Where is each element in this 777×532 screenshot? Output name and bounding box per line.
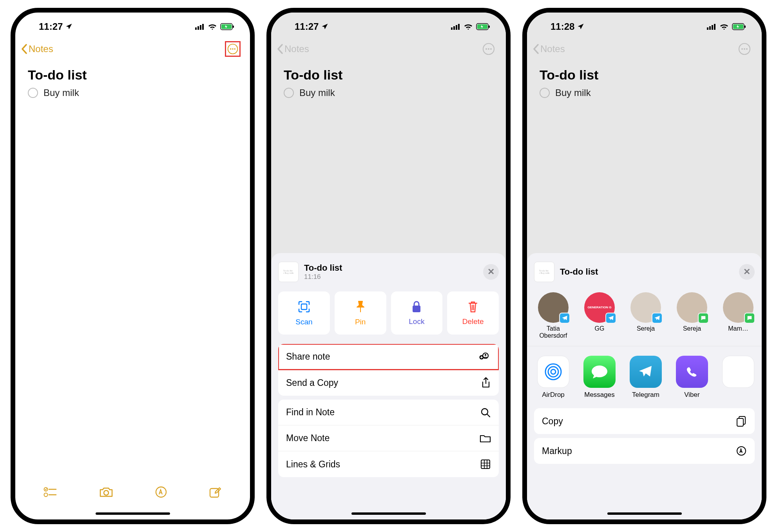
note-title: To-do list <box>284 67 493 83</box>
action-label: Scan <box>295 318 312 326</box>
checklist-button[interactable] <box>43 486 58 498</box>
scan-button[interactable]: Scan <box>278 291 330 335</box>
phone-frame-3: 11:28 Notes 21 March 2025, 11:16 To-do l… <box>522 8 766 524</box>
note-title: To-do list <box>540 67 749 83</box>
telegram-badge-icon <box>605 313 616 324</box>
chevron-left-icon <box>21 44 28 54</box>
pin-button[interactable]: Pin <box>335 291 386 335</box>
delete-button[interactable]: Delete <box>447 291 499 335</box>
close-button[interactable]: ✕ <box>739 264 755 280</box>
share-contact[interactable]: GENERATION G GG <box>581 292 618 339</box>
lines-grids-row[interactable]: Lines & Grids <box>278 451 499 477</box>
copy-row[interactable]: Copy <box>534 408 755 434</box>
wifi-icon <box>719 23 729 30</box>
menu-label: Find in Note <box>286 407 335 418</box>
share-contact[interactable]: Sereja <box>674 292 710 339</box>
svg-rect-1 <box>197 26 199 30</box>
search-icon <box>480 407 491 418</box>
more-button[interactable] <box>225 41 241 57</box>
phone-frame-2: 11:27 Notes 21 March 2025, 11:16 To-do l… <box>266 8 511 524</box>
share-contact[interactable]: Sereja <box>627 292 664 339</box>
more-button <box>481 41 496 57</box>
app-label: Messages <box>584 391 614 399</box>
share-actions-group: Copy <box>534 408 755 434</box>
chevron-left-icon <box>277 44 284 54</box>
home-indicator[interactable] <box>96 512 170 515</box>
svg-point-52 <box>551 369 556 374</box>
markup-button[interactable] <box>155 486 167 498</box>
home-indicator[interactable] <box>607 512 682 515</box>
menu-label: Markup <box>542 446 572 456</box>
ellipsis-circle-icon <box>482 42 495 56</box>
battery-icon <box>476 23 490 30</box>
pin-icon <box>355 300 366 314</box>
share-contacts-row[interactable]: Tatia Obersdorf GENERATION G GG Sereja <box>527 288 762 346</box>
svg-rect-36 <box>481 460 490 469</box>
status-time: 11:28 <box>551 21 574 32</box>
svg-point-51 <box>746 48 748 50</box>
compose-button[interactable] <box>208 485 222 499</box>
share-app-messages[interactable]: Messages <box>581 356 618 399</box>
close-button[interactable]: ✕ <box>483 264 499 280</box>
note-content: To-do list Buy milk <box>527 59 762 107</box>
close-icon: ✕ <box>487 267 494 277</box>
share-app-airdrop[interactable]: AirDrop <box>535 356 572 399</box>
share-app-more[interactable] <box>720 356 757 399</box>
back-label: Notes <box>29 43 53 54</box>
copy-icon <box>736 415 747 427</box>
back-button[interactable]: Notes <box>21 43 53 54</box>
contact-name: Tatia Obersdorf <box>535 325 572 339</box>
share-note-row[interactable]: Share note <box>278 344 499 370</box>
svg-rect-41 <box>707 27 708 30</box>
svg-point-50 <box>744 48 745 50</box>
contact-name: Sereja <box>683 325 701 332</box>
checkbox-empty-icon[interactable] <box>28 88 38 98</box>
more-button <box>737 41 752 57</box>
wifi-icon <box>464 23 473 30</box>
location-icon <box>321 23 329 31</box>
quick-actions-row: Scan Pin Lock Delete <box>271 288 506 342</box>
share-sheet: To-do list• Buy milk To-do list ✕ Tatia … <box>527 253 762 519</box>
status-time: 11:27 <box>39 21 63 32</box>
ellipsis-circle-icon <box>227 42 239 56</box>
share-contact[interactable]: Mam… <box>720 292 757 339</box>
camera-button[interactable] <box>99 486 114 498</box>
sheet-title: To-do list <box>560 267 598 277</box>
svg-point-26 <box>485 48 487 50</box>
messages-icon <box>583 356 616 388</box>
note-thumbnail: To-do list• Buy milk <box>534 262 554 282</box>
svg-point-10 <box>234 48 236 50</box>
note-content[interactable]: To-do list Buy milk <box>15 59 250 107</box>
share-app-viber[interactable]: Viber <box>674 356 710 399</box>
sheet-subtitle: 11:16 <box>304 273 342 281</box>
menu-group-2: Find in Note Move Note Lines & Grids <box>278 400 499 477</box>
svg-point-9 <box>232 48 234 50</box>
share-app-telegram[interactable]: Telegram <box>627 356 664 399</box>
markup-icon <box>736 445 747 456</box>
markup-row[interactable]: Markup <box>534 438 755 464</box>
avatar <box>630 292 661 323</box>
cellular-icon <box>195 24 205 30</box>
checkbox-empty-icon <box>284 88 294 98</box>
battery-icon <box>220 23 234 30</box>
todo-item[interactable]: Buy milk <box>28 87 237 98</box>
send-copy-row[interactable]: Send a Copy <box>278 370 499 396</box>
lock-button[interactable]: Lock <box>391 291 443 335</box>
move-note-row[interactable]: Move Note <box>278 425 499 451</box>
contact-name: GG <box>595 325 605 332</box>
location-icon <box>577 23 585 31</box>
share-contact[interactable]: Tatia Obersdorf <box>535 292 572 339</box>
avatar <box>538 292 569 323</box>
sheet-header: To-do list• Buy milk To-do list 11:16 ✕ <box>271 257 506 288</box>
find-in-note-row[interactable]: Find in Note <box>278 400 499 425</box>
home-indicator[interactable] <box>351 512 426 515</box>
menu-label: Share note <box>286 351 330 362</box>
svg-rect-29 <box>301 304 307 309</box>
share-apps-row[interactable]: AirDrop Messages Telegram Viber <box>527 346 762 403</box>
avatar <box>723 292 753 323</box>
app-label: Viber <box>684 391 699 399</box>
menu-label: Copy <box>542 416 563 427</box>
chevron-left-icon <box>532 44 540 54</box>
status-bar: 11:27 <box>271 13 506 36</box>
ellipsis-circle-icon <box>738 42 751 56</box>
